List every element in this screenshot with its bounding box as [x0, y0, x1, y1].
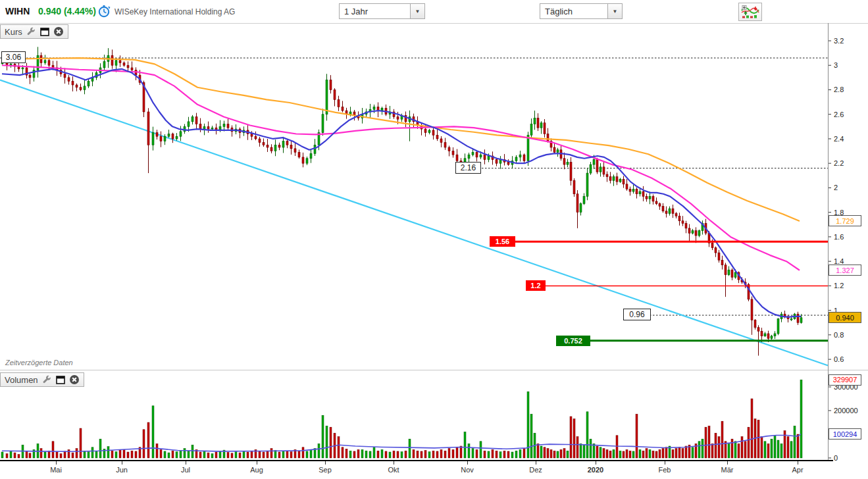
axis-separator-line — [828, 23, 829, 461]
svg-text:2.4: 2.4 — [834, 135, 844, 143]
svg-text:200000: 200000 — [834, 407, 858, 415]
month-label: Sep — [311, 466, 340, 474]
month-label: Jul — [171, 466, 200, 474]
svg-text:3.2: 3.2 — [834, 37, 844, 45]
month-tick — [467, 461, 468, 465]
month-label: Mai — [41, 466, 70, 474]
month-tick — [727, 461, 728, 465]
month-tick — [394, 461, 394, 465]
month-label: Feb — [650, 466, 679, 474]
svg-text:2: 2 — [834, 184, 838, 191]
month-tick — [122, 461, 122, 465]
svg-text:0.6: 0.6 — [834, 355, 844, 363]
price-level-label[interactable]: 1.2 — [526, 280, 546, 291]
month-tick — [798, 461, 798, 465]
x-axis-strip: MaiJunJulAugSepOktNovDez2020FebMärApr — [0, 461, 868, 479]
svg-text:0.8: 0.8 — [834, 331, 844, 339]
axis-value-marker: 329907 — [829, 374, 861, 386]
month-label: Dez — [521, 466, 550, 474]
delayed-data-note: Zeitverzögerte Daten — [5, 359, 73, 366]
month-tick — [536, 461, 536, 465]
panel-separator — [0, 370, 868, 370]
trading-app-window: WIHN 0.940 (4.44%) WISeKey International… — [0, 0, 868, 479]
month-tick — [257, 461, 257, 465]
axis-value-marker: 100294 — [829, 428, 861, 440]
month-label: Apr — [783, 466, 812, 474]
month-tick — [325, 461, 326, 465]
svg-text:2.2: 2.2 — [834, 159, 844, 167]
svg-text:1.2: 1.2 — [834, 282, 844, 290]
axis-value-marker: 1.729 — [829, 215, 861, 226]
month-label: Okt — [379, 466, 408, 474]
month-tick — [665, 461, 665, 465]
month-label: Nov — [453, 466, 482, 474]
price-level-label[interactable]: 3.06 — [1, 51, 26, 63]
month-tick — [186, 461, 186, 465]
month-label: 2020 — [581, 466, 610, 474]
month-label: Mär — [713, 466, 742, 474]
svg-text:3: 3 — [834, 61, 838, 69]
axis-value-marker: 1.327 — [829, 265, 861, 276]
month-label: Jun — [107, 466, 136, 474]
svg-text:2.8: 2.8 — [834, 86, 844, 93]
price-level-label[interactable]: 0.96 — [623, 309, 651, 320]
month-tick — [56, 461, 57, 465]
price-level-label[interactable]: 2.16 — [455, 162, 481, 174]
month-tick — [596, 461, 596, 465]
price-volume-chart-canvas[interactable]: 3.232.82.62.42.221.81.61.41.210.80.63000… — [0, 0, 868, 479]
price-level-label[interactable]: 0.752 — [556, 336, 590, 346]
svg-text:1.6: 1.6 — [834, 233, 844, 241]
svg-text:2.6: 2.6 — [834, 111, 844, 118]
month-label: Aug — [242, 466, 271, 474]
price-level-label[interactable]: 1.56 — [490, 236, 515, 247]
axis-value-marker: 0.940 — [829, 312, 861, 323]
